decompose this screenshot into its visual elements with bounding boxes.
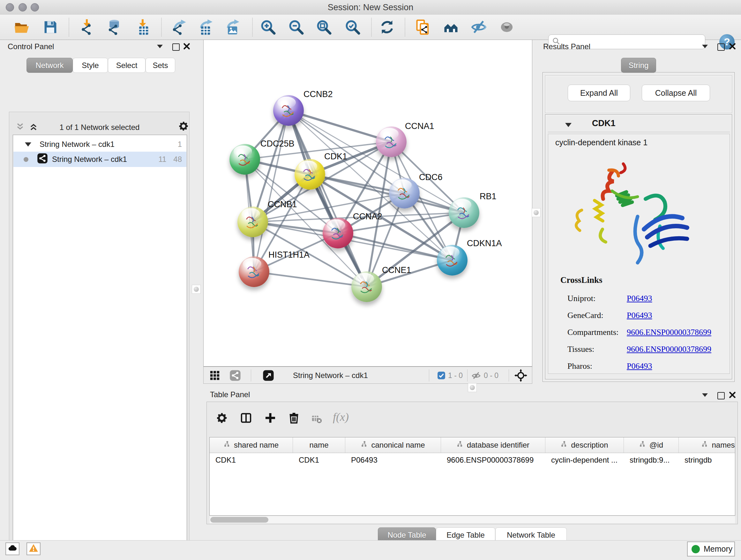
panel-close-icon[interactable] xyxy=(728,42,737,52)
node-RB1[interactable] xyxy=(449,197,479,228)
zoom-selected-icon[interactable] xyxy=(344,19,361,36)
node-CCNA1[interactable] xyxy=(376,126,407,157)
birdseye-grid-icon[interactable] xyxy=(209,370,220,382)
edge-count: 48 xyxy=(173,155,182,164)
clone-network-icon[interactable] xyxy=(414,19,431,36)
gear-icon[interactable] xyxy=(178,120,189,133)
table-cell: 9606.ENSP00000378699 xyxy=(441,455,545,464)
crosslink-value-link[interactable]: P06493 xyxy=(627,311,652,320)
save-session-icon[interactable] xyxy=(42,19,59,36)
import-network-file-icon[interactable] xyxy=(78,19,95,36)
node-CCNB2[interactable] xyxy=(273,95,304,126)
tab-select[interactable]: Select xyxy=(108,58,145,73)
protein-ribbon-thumb-icon xyxy=(278,100,299,121)
crosslinks-list: Uniprot:P06493GeneCard:P06493Compartment… xyxy=(567,290,727,374)
panel-menu-caret-icon[interactable] xyxy=(702,393,708,397)
zoom-in-icon[interactable] xyxy=(260,19,276,36)
zoom-out-icon[interactable] xyxy=(288,19,305,36)
column-header-description[interactable]: description xyxy=(545,437,624,453)
node-count: 11 xyxy=(158,155,166,164)
node-HIST1H1A[interactable] xyxy=(239,256,269,287)
column-header-database-identifier[interactable]: database identifier xyxy=(441,437,545,453)
tab-style[interactable]: Style xyxy=(73,58,108,73)
network-share-icon[interactable] xyxy=(229,369,241,383)
network-status-dot-icon xyxy=(23,157,28,162)
collapse-all-button[interactable]: Collapse All xyxy=(642,84,710,101)
node-CDC6[interactable] xyxy=(389,178,420,208)
node-result-card: CDK1 cyclin-dependent kinase 1 xyxy=(545,114,732,379)
node-CCNB1[interactable] xyxy=(238,206,268,237)
node-CDK1[interactable] xyxy=(294,159,325,190)
panel-close-icon[interactable] xyxy=(183,42,191,52)
warning-icon xyxy=(28,543,39,555)
network-view-toolbar: String Network – cdk1 1 - 0 0 - 0 xyxy=(203,367,532,384)
fit-selection-crosshair-icon[interactable] xyxy=(515,369,527,383)
column-header-canonical-name[interactable]: canonical name xyxy=(345,437,441,453)
expand-all-button[interactable]: Expand All xyxy=(568,84,630,101)
results-panel: Results Panel String Expand All Collapse… xyxy=(539,40,738,385)
panel-menu-caret-icon[interactable] xyxy=(157,45,163,48)
node-CDC25B[interactable] xyxy=(229,144,260,175)
protein-ribbon-thumb-icon xyxy=(356,276,377,298)
crosslink-label: Tissues: xyxy=(567,345,627,354)
hide-selected-icon[interactable] xyxy=(470,19,487,36)
open-in-window-icon[interactable] xyxy=(262,369,274,383)
table-row[interactable]: CDK1CDK1P064939606.ENSP00000378699cyclin… xyxy=(210,453,735,467)
selected-checkbox-icon[interactable] xyxy=(437,371,446,381)
import-table-icon[interactable] xyxy=(134,19,151,36)
tree-expand-icon[interactable] xyxy=(25,142,31,146)
tab-network[interactable]: Network xyxy=(26,58,73,73)
crosslink-value-link[interactable]: P06493 xyxy=(627,361,652,371)
node-CCNA2[interactable] xyxy=(323,218,353,248)
left-splitter-handle[interactable] xyxy=(192,285,201,294)
export-network-icon[interactable] xyxy=(171,19,187,36)
collapse-entry-icon[interactable] xyxy=(565,123,571,127)
column-header-namespace[interactable]: namespace xyxy=(679,437,735,453)
node-CDKN1A[interactable] xyxy=(437,245,468,275)
table-hscrollbar-track[interactable] xyxy=(210,516,735,523)
first-neighbors-icon[interactable] xyxy=(443,19,459,36)
panel-float-icon[interactable] xyxy=(718,392,725,399)
node-label-CCNA2: CCNA2 xyxy=(353,212,382,222)
panel-float-icon[interactable] xyxy=(718,44,725,51)
show-all-icon[interactable] xyxy=(498,19,515,36)
column-header-label: description xyxy=(571,441,608,449)
crosslink-value-link[interactable]: P06493 xyxy=(627,294,652,303)
network-row[interactable]: String Network – cdk1 11 48 xyxy=(13,152,186,167)
memory-button[interactable]: Memory xyxy=(687,542,735,557)
tab-sets[interactable]: Sets xyxy=(145,58,175,73)
export-image-icon[interactable] xyxy=(224,19,240,36)
crosslink-value-link[interactable]: 9606.ENSP00000378699 xyxy=(627,345,711,354)
add-column-icon[interactable] xyxy=(264,412,277,426)
panel-close-icon[interactable] xyxy=(728,391,737,400)
column-header--id[interactable]: @id xyxy=(624,437,679,453)
tab-string[interactable]: String xyxy=(621,58,656,73)
network-collection-row[interactable]: String Network – cdk1 1 xyxy=(13,137,186,152)
window-title: Session: New Session xyxy=(0,3,741,12)
panel-float-icon[interactable] xyxy=(172,44,180,51)
delete-column-trash-icon[interactable] xyxy=(287,412,300,426)
open-folder-icon[interactable] xyxy=(13,19,30,36)
refresh-network-icon[interactable] xyxy=(379,19,395,36)
network-canvas[interactable]: CCNB2CCNA1CDC25BCDK1CDC6RB1CCNB1CCNA2CDK… xyxy=(203,40,532,367)
crosslink-value-link[interactable]: 9606.ENSP00000378699 xyxy=(627,327,711,337)
table-hscrollbar-thumb[interactable] xyxy=(210,517,268,523)
hidden-eye-icon[interactable] xyxy=(471,371,481,382)
table-gear-icon[interactable] xyxy=(215,412,228,426)
zoom-fit-icon[interactable] xyxy=(316,19,332,36)
protein-ribbon-thumb-icon xyxy=(442,250,463,271)
column-header-shared-name[interactable]: shared name xyxy=(210,437,293,453)
delete-table-icon[interactable] xyxy=(311,414,322,426)
warnings-button[interactable] xyxy=(26,543,41,555)
node-label-HIST1H1A: HIST1H1A xyxy=(268,250,310,260)
cloud-button[interactable] xyxy=(5,543,19,555)
show-columns-icon[interactable] xyxy=(240,412,253,426)
function-builder-icon[interactable]: f(x) xyxy=(333,410,349,424)
column-header-name[interactable]: name xyxy=(293,437,345,453)
import-network-database-icon[interactable] xyxy=(106,19,123,36)
panel-menu-caret-icon[interactable] xyxy=(702,45,708,48)
export-table-icon[interactable] xyxy=(197,19,213,36)
node-CCNE1[interactable] xyxy=(351,271,382,302)
network-collection-label: String Network – cdk1 xyxy=(40,140,115,149)
protein-ribbon-thumb-icon xyxy=(234,149,255,170)
